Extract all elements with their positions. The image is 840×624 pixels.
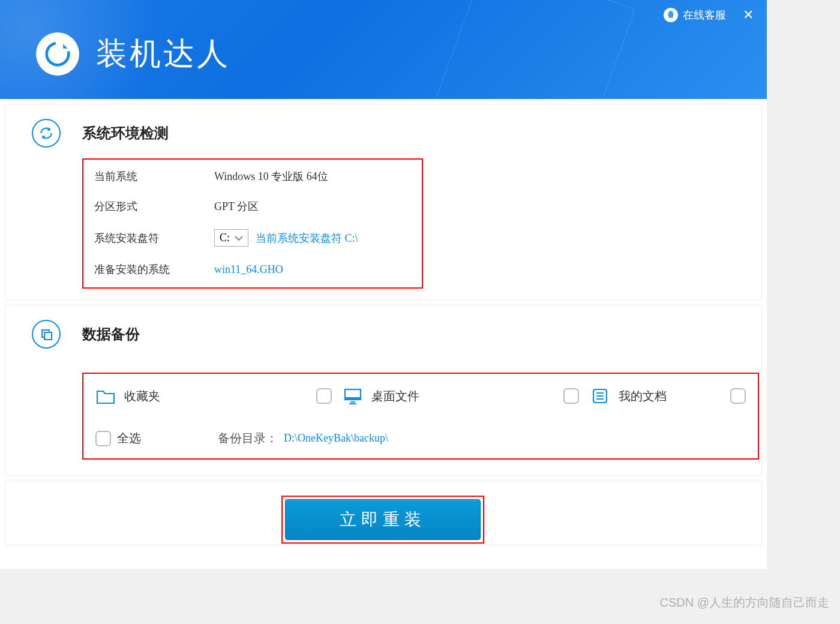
backup-bottom-row: 全选 备份目录： D:\OneKeyBak\backup\ [95,430,746,446]
env-panel-header: 系统环境检测 [32,119,735,148]
monitor-icon [343,387,363,405]
select-all-checkbox[interactable] [95,431,111,446]
app-name: 装机达人 [96,33,230,75]
copy-icon [32,320,61,349]
drive-hint: 当前系统安装盘符 C:\ [256,231,358,245]
titlebar: 在线客服 ✕ 装机达人 [0,0,767,99]
env-row-os: 当前系统 Windows 10 专业版 64位 [94,169,411,184]
desktop-label: 桌面文件 [371,388,419,404]
backup-item-documents: 我的文档 [590,387,746,405]
documents-label: 我的文档 [619,388,667,404]
chevron-down-icon [235,235,243,241]
env-label-partition: 分区形式 [94,199,214,214]
desktop-checkbox[interactable] [563,388,579,404]
watermark: CSDN @人生的方向随自己而走 [659,595,829,611]
backup-dir-value[interactable]: D:\OneKeyBak\backup\ [284,432,388,445]
env-title: 系统环境检测 [82,124,169,143]
backup-panel-header: 数据备份 [32,320,735,349]
svg-rect-2 [44,332,52,340]
env-label-target: 准备安装的系统 [94,262,214,277]
document-icon [590,387,610,405]
app-window: 在线客服 ✕ 装机达人 系统环境检测 当前系统 Windows 10 专业版 [0,0,767,569]
close-button[interactable]: ✕ [740,7,756,23]
qq-icon [664,8,678,22]
backup-title: 数据备份 [82,325,140,344]
app-logo-icon [36,32,79,76]
env-label-os: 当前系统 [94,169,214,184]
folder-icon [95,387,116,405]
online-service-label: 在线客服 [683,8,726,22]
select-all-label: 全选 [117,430,141,446]
backup-panel: 数据备份 2.根据需求去选择 收藏夹 [5,305,762,476]
env-value-partition: GPT 分区 [214,199,259,214]
footer-panel: 立即重装 3.点击进行全自动安装系统 [5,481,762,545]
reinstall-button[interactable]: 立即重装 [285,499,481,540]
env-row-partition: 分区形式 GPT 分区 [94,199,411,214]
backup-dir-label: 备份目录： [218,430,278,446]
backup-items-row: 收藏夹 桌面文件 [95,387,746,405]
app-title: 装机达人 [36,32,230,76]
drive-select-value: C: [220,232,230,244]
drive-select[interactable]: C: [214,229,248,247]
refresh-icon [32,119,61,148]
backup-dir: 备份目录： D:\OneKeyBak\backup\ [218,430,388,446]
env-value-os: Windows 10 专业版 64位 [214,169,328,184]
favorites-checkbox[interactable] [316,388,332,404]
content-area: 系统环境检测 当前系统 Windows 10 专业版 64位 分区形式 GPT … [0,99,767,550]
backup-item-desktop: 桌面文件 [343,387,579,405]
online-service-link[interactable]: 在线客服 [664,8,726,22]
backup-item-favorites: 收藏夹 [95,387,332,405]
env-row-target: 准备安装的系统 win11_64.GHO [94,262,411,277]
env-label-drive: 系统安装盘符 [94,231,214,245]
env-highlight-box: 当前系统 Windows 10 专业版 64位 分区形式 GPT 分区 系统安装… [82,158,423,289]
env-row-drive: 系统安装盘符 C: 当前系统安装盘符 C:\ [94,229,411,247]
backup-highlight-box: 收藏夹 桌面文件 [82,373,759,460]
topbar: 在线客服 ✕ [664,7,756,23]
documents-checkbox[interactable] [730,388,746,404]
svg-rect-4 [345,397,361,400]
reinstall-highlight-box: 立即重装 [281,496,484,544]
env-panel: 系统环境检测 当前系统 Windows 10 专业版 64位 分区形式 GPT … [5,104,762,300]
env-value-target[interactable]: win11_64.GHO [214,263,283,276]
favorites-label: 收藏夹 [124,388,160,404]
